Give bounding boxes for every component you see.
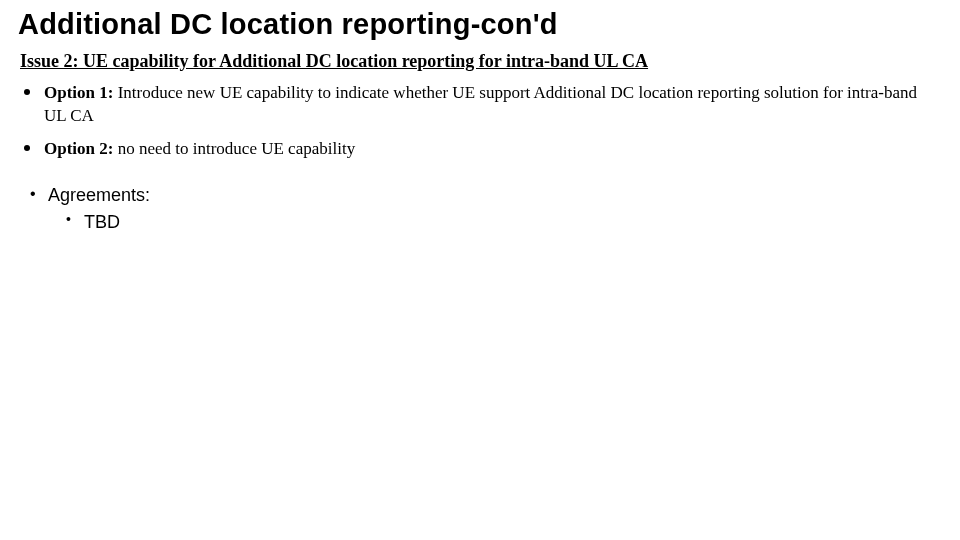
options-list: Option 1: Introduce new UE capability to… xyxy=(18,82,942,171)
option-text: no need to introduce UE capability xyxy=(113,139,355,158)
option-label: Option 2: xyxy=(44,139,113,158)
list-item: Option 1: Introduce new UE capability to… xyxy=(18,82,942,138)
agreements-heading-item: Agreements: TBD xyxy=(18,183,942,235)
issue-heading: Issue 2: UE capability for Additional DC… xyxy=(20,51,942,72)
list-item: Option 2: no need to introduce UE capabi… xyxy=(18,138,942,171)
option-label: Option 1: xyxy=(44,83,113,102)
agreement-item: TBD xyxy=(84,212,120,232)
agreements-sublist: TBD xyxy=(48,210,942,235)
agreements-heading: Agreements: xyxy=(48,185,150,205)
option-text: Introduce new UE capability to indicate … xyxy=(44,83,917,125)
slide: Additional DC location reporting-con'd I… xyxy=(0,0,960,540)
page-title: Additional DC location reporting-con'd xyxy=(18,8,942,41)
agreements-list: Agreements: TBD xyxy=(18,183,942,235)
list-item: TBD xyxy=(48,210,942,235)
